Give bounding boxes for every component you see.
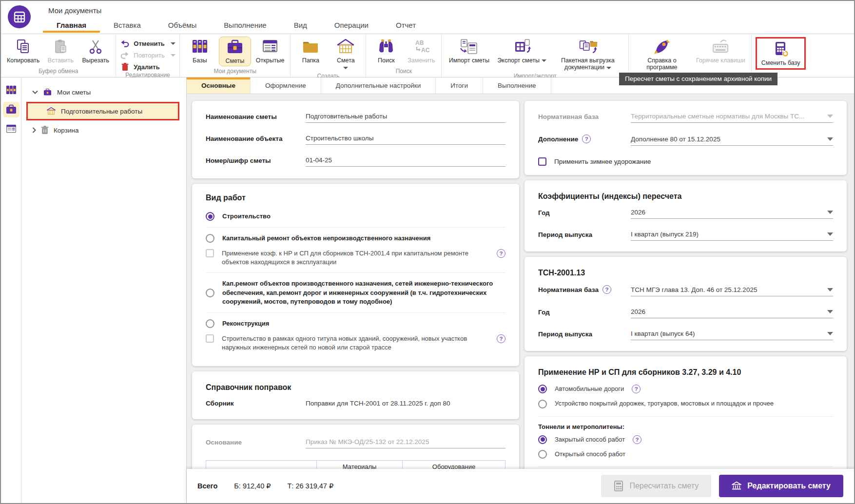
redo-button[interactable]: Повторить: [120, 50, 175, 60]
tab-totals[interactable]: Итоги: [436, 78, 483, 94]
new-estimate-dropdown-icon[interactable]: [343, 67, 348, 69]
about-button[interactable]: Справка о программе: [633, 37, 691, 73]
checkbox-winter-rise-label: Применить зимнее удорожание: [554, 157, 833, 166]
tree-item-my-estimates[interactable]: Мои сметы: [21, 84, 186, 100]
tab-additional-settings[interactable]: Дополнительные настройки: [321, 78, 436, 94]
rail-bases-button[interactable]: [3, 82, 19, 98]
hotkeys-button[interactable]: Горячие клавиши: [694, 37, 747, 65]
help-icon[interactable]: ?: [632, 385, 641, 393]
object-name-input[interactable]: Строительство школы: [306, 135, 505, 145]
rail-opened-button[interactable]: [3, 121, 19, 137]
search-button[interactable]: Поиск: [370, 37, 402, 65]
chevron-down-icon: [32, 90, 38, 94]
group-label-clipboard: Буфер обмена: [5, 68, 112, 77]
radio-closed-method-label: Закрытый способ работ: [555, 435, 625, 444]
svg-text:AB: AB: [415, 39, 424, 46]
tsn-year-label: Год: [538, 309, 631, 318]
radio-capital-repair-nonproduction[interactable]: [206, 234, 214, 243]
radio-open-method[interactable]: [538, 450, 547, 459]
radio-capital-repair-production[interactable]: [206, 289, 214, 297]
edit-estimate-button[interactable]: Редактировать смету: [719, 475, 843, 497]
export-dropdown-icon[interactable]: [542, 59, 546, 62]
help-icon[interactable]: ?: [602, 285, 611, 294]
help-icon[interactable]: ?: [633, 435, 641, 444]
change-base-button[interactable]: Сменить базу: [759, 39, 802, 68]
bases-button[interactable]: Базы: [184, 37, 216, 65]
normative-base-select[interactable]: Территориальные сметные нормативы для Мо…: [631, 113, 833, 123]
paste-button[interactable]: Вставить: [44, 37, 77, 65]
export-estimate-button[interactable]: Экспорт сметы: [495, 37, 548, 65]
radio-closed-method[interactable]: [538, 435, 547, 444]
radio-capital-repair-production-label: Кап.ремонт объектов производственного на…: [222, 279, 505, 306]
checkbox-single-title-label: Строительство в рамках одного титула нов…: [222, 334, 489, 351]
import-icon: [459, 38, 479, 56]
basis-input[interactable]: Приказ № МКЭ-ОД/25-132 от 22.12.2025: [306, 438, 505, 448]
undo-dropdown-icon[interactable]: [171, 42, 175, 45]
ribbon-tab-execution[interactable]: Выполнение: [210, 17, 280, 33]
estimates-tree: Мои сметы Подготовительные работы Корзин…: [21, 78, 187, 503]
cut-button[interactable]: Вырезать: [79, 37, 112, 65]
ribbon-tab-volumes[interactable]: Объёмы: [155, 17, 211, 33]
delete-button[interactable]: Удалить: [120, 62, 175, 72]
tab-execution[interactable]: Выполнение: [483, 78, 551, 94]
radio-construction[interactable]: [206, 212, 214, 221]
rail-estimates-button[interactable]: [3, 102, 19, 117]
replace-icon: ABAC: [411, 38, 431, 56]
help-icon[interactable]: ?: [497, 249, 505, 258]
chevron-down-icon: [827, 332, 833, 335]
help-icon[interactable]: ?: [497, 334, 505, 343]
redo-dropdown-icon[interactable]: [171, 54, 175, 57]
help-icon[interactable]: ?: [582, 135, 591, 143]
work-type-title: Вид работ: [206, 194, 505, 202]
ribbon-tab-operations[interactable]: Операции: [321, 17, 382, 33]
new-estimate-button[interactable]: Смета: [330, 37, 362, 73]
ribbon-tab-main[interactable]: Главная: [43, 17, 100, 33]
collection-value[interactable]: Поправки для ТСН-2001 от 28.11.2025 г. д…: [306, 400, 505, 409]
radio-open-method-label: Открытый способ работ: [555, 450, 833, 459]
keyboard-icon: [711, 38, 730, 56]
paste-label: Вставить: [48, 57, 74, 64]
ribbon-tab-view[interactable]: Вид: [280, 17, 321, 33]
radio-reconstruction-label: Реконструкция: [222, 319, 505, 328]
current-total: Т: 26 319,47 ₽: [288, 482, 334, 490]
year-select[interactable]: 2026: [631, 209, 833, 219]
period-select[interactable]: I квартал (выпуск 219): [631, 231, 833, 241]
work-type-option-block: Реконструкция Строительство в рамках одн…: [206, 312, 505, 354]
tsn-year-select[interactable]: 2026: [631, 308, 833, 318]
checkbox-single-title-construction[interactable]: [206, 334, 214, 343]
main-content: Основные Оформление Дополнительные настр…: [187, 78, 854, 503]
paste-icon: [51, 38, 70, 56]
tree-item-trash[interactable]: Корзина: [21, 122, 186, 138]
recalculate-button[interactable]: Пересчитать смету: [601, 475, 711, 497]
left-column: Наименование сметы Подготовительные рабо…: [192, 101, 519, 469]
batch-export-dropdown-icon[interactable]: [606, 67, 611, 69]
opened-button[interactable]: Открытые: [254, 37, 287, 65]
checkbox-nr-sp-tsn2001-4[interactable]: [206, 249, 214, 257]
undo-button[interactable]: Отменить: [120, 39, 175, 48]
estimates-button[interactable]: Сметы: [219, 37, 251, 66]
chevron-right-icon: [32, 127, 36, 133]
tsn-base-select[interactable]: ТСН МГЭ глава 13. Доп. 46 от 25.12.2025: [631, 286, 833, 296]
estimate-code-input[interactable]: 01-04-25: [306, 156, 505, 167]
tunnels-subheading: Тоннели и метрополитены:: [538, 416, 833, 430]
tsn-period-select[interactable]: I квартал (выпуск 64): [631, 330, 833, 340]
new-folder-button[interactable]: Папка: [294, 37, 327, 65]
import-estimate-button[interactable]: Импорт сметы: [446, 37, 492, 65]
copy-button[interactable]: Копировать: [5, 37, 41, 65]
ribbon-tab-insert[interactable]: Вставка: [100, 17, 155, 33]
batch-export-button[interactable]: Пакетная выгрузка документации: [551, 37, 624, 73]
checkbox-winter-rise[interactable]: [538, 157, 546, 166]
tree-item-preparatory-works[interactable]: Подготовительные работы: [26, 102, 179, 120]
radio-auto-roads[interactable]: [538, 385, 547, 393]
normative-base-label: Нормативная база: [538, 113, 631, 123]
toolbar-group-change-base: Сменить базу: [752, 34, 810, 77]
estimate-name-input[interactable]: Подготовительные работы: [306, 113, 505, 123]
radio-pavements[interactable]: [538, 400, 547, 408]
tab-formatting[interactable]: Оформление: [251, 78, 321, 94]
addition-select[interactable]: Дополнение 80 от 15.12.2025: [631, 136, 833, 146]
radio-reconstruction[interactable]: [206, 319, 214, 328]
replace-button[interactable]: ABAC Заменить: [405, 37, 437, 65]
tab-general[interactable]: Основные: [187, 78, 251, 94]
binoculars-icon: [376, 38, 396, 56]
ribbon-tab-report[interactable]: Отчет: [382, 17, 429, 33]
